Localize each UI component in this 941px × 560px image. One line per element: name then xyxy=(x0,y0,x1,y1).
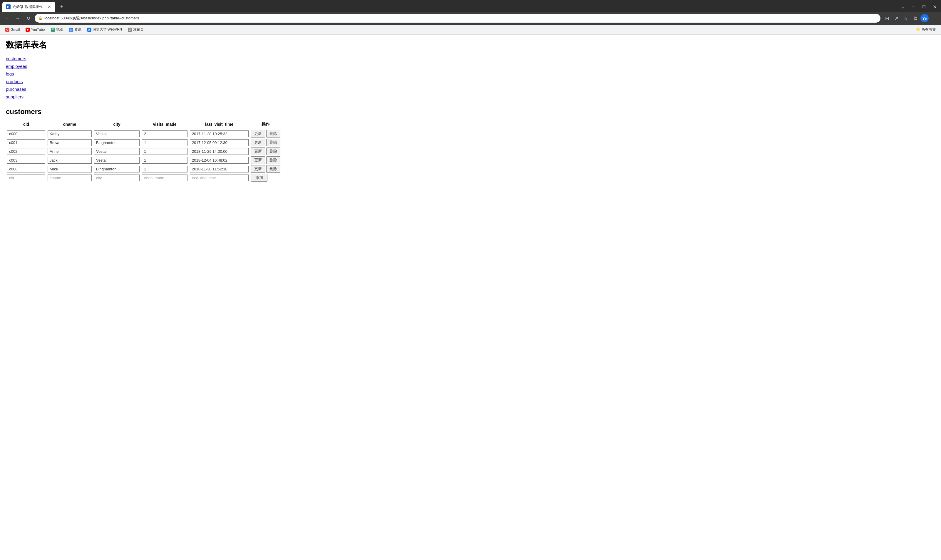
window-controls: ⌄ ─ □ ✕ xyxy=(899,3,939,11)
row-0-cname-input[interactable] xyxy=(48,131,92,137)
db-link-logs[interactable]: logs xyxy=(6,71,935,78)
table-row: 更新删除 xyxy=(6,129,282,138)
bookmark-maps[interactable]: 🌍 地图 xyxy=(48,26,66,33)
active-tab[interactable]: M MySQL 数据库操作 ✕ xyxy=(2,2,55,12)
profile-button[interactable]: Ye xyxy=(920,14,929,22)
row-3-cid-input[interactable] xyxy=(7,157,45,164)
customers-table: cid cname city visits_made last_visit_ti… xyxy=(6,120,282,182)
bookmark-google-info[interactable]: G 资讯 xyxy=(67,26,84,33)
row-3-visits_made-input[interactable] xyxy=(142,157,188,164)
add-last-visit-input[interactable] xyxy=(190,174,249,181)
maximize-button[interactable]: □ xyxy=(920,3,928,11)
row-0-update-button[interactable]: 更新 xyxy=(251,130,265,137)
col-header-cid: cid xyxy=(6,120,46,129)
table-row: 更新删除 xyxy=(6,156,282,165)
close-button[interactable]: ✕ xyxy=(930,3,939,11)
row-1-delete-button[interactable]: 删除 xyxy=(266,138,280,146)
add-cname-input[interactable] xyxy=(48,174,92,181)
translate-icon[interactable]: ⊟ xyxy=(883,14,891,22)
row-4-last_visit_time-input[interactable] xyxy=(190,166,249,172)
row-1-update-button[interactable]: 更新 xyxy=(251,138,265,146)
db-link-products[interactable]: products xyxy=(6,78,935,85)
row-4-visits_made-input[interactable] xyxy=(142,166,188,172)
row-1-last_visit_time-input[interactable] xyxy=(190,139,249,146)
row-0-visits_made-input[interactable] xyxy=(142,131,188,137)
row-0-city-input[interactable] xyxy=(94,131,140,137)
row-2-cid-cell xyxy=(6,147,46,156)
add-city-input[interactable] xyxy=(94,174,140,181)
bookmark-webvpn[interactable]: W 深圳大学 WebVPN xyxy=(85,26,124,33)
maps-label: 地图 xyxy=(56,27,63,32)
row-1-visits_made-input[interactable] xyxy=(142,139,188,146)
tab-search-button[interactable]: ⌄ xyxy=(899,3,907,11)
row-4-cid-input[interactable] xyxy=(7,166,45,172)
row-1-cid-input[interactable] xyxy=(7,139,45,146)
forward-button[interactable]: → xyxy=(14,14,22,22)
row-3-last_visit_time-input[interactable] xyxy=(190,157,249,164)
address-bar[interactable]: 🔒 localhost:63342/实验3/basicIndex.php?tab… xyxy=(35,14,881,23)
table-row: 更新删除 xyxy=(6,138,282,147)
db-link-customers[interactable]: customers xyxy=(6,55,935,62)
row-3-delete-button[interactable]: 删除 xyxy=(266,156,280,164)
add-cid-input[interactable] xyxy=(7,174,45,181)
row-4-cname-input[interactable] xyxy=(48,166,92,172)
row-2-cname-input[interactable] xyxy=(48,148,92,155)
logout-favicon: ⊗ xyxy=(128,28,132,32)
row-2-last_visit_time-input[interactable] xyxy=(190,148,249,155)
table-row: 更新删除 xyxy=(6,147,282,156)
table-header-row: cid cname city visits_made last_visit_ti… xyxy=(6,120,282,129)
db-link-employees[interactable]: employees xyxy=(6,63,935,70)
row-1-cname-input[interactable] xyxy=(48,139,92,146)
row-0-cid-input[interactable] xyxy=(7,131,45,137)
logout-label: 注销页 xyxy=(133,27,144,32)
row-1-last_visit_time-cell xyxy=(189,138,250,147)
row-4-city-input[interactable] xyxy=(94,166,140,172)
add-city-cell xyxy=(93,173,141,182)
bookmarks-bar: G Gmail ▶ YouTube 🌍 地图 G 资讯 W 深圳大学 WebVP… xyxy=(0,25,941,35)
tab-bar: M MySQL 数据库操作 ✕ + ⌄ ─ □ ✕ xyxy=(0,0,941,12)
minimize-button[interactable]: ─ xyxy=(909,3,918,11)
row-4-last_visit_time-cell xyxy=(189,165,250,173)
row-3-cid-cell xyxy=(6,156,46,165)
row-3-last_visit_time-cell xyxy=(189,156,250,165)
share-icon[interactable]: ↗ xyxy=(892,14,901,22)
tab-close-button[interactable]: ✕ xyxy=(47,5,52,9)
menu-button[interactable]: ⋮ xyxy=(930,14,938,22)
add-button[interactable]: 添加 xyxy=(251,174,268,182)
row-2-city-input[interactable] xyxy=(94,148,140,155)
row-3-cname-input[interactable] xyxy=(48,157,92,164)
row-0-delete-button[interactable]: 删除 xyxy=(266,130,280,137)
row-2-delete-button[interactable]: 删除 xyxy=(266,148,280,155)
db-links-list: customers employees logs products purcha… xyxy=(6,55,935,100)
bookmark-icon[interactable]: ☆ xyxy=(902,14,910,22)
db-link-suppliers[interactable]: suppliers xyxy=(6,94,935,100)
row-3-update-button[interactable]: 更新 xyxy=(251,156,265,164)
db-link-purchases[interactable]: purchases xyxy=(6,86,935,93)
bookmark-logout[interactable]: ⊗ 注销页 xyxy=(125,26,146,33)
add-visits-input[interactable] xyxy=(142,174,188,181)
back-button[interactable]: ← xyxy=(3,14,11,22)
extension-icon[interactable]: ⧉ xyxy=(911,14,919,22)
row-1-city-input[interactable] xyxy=(94,139,140,146)
reload-button[interactable]: ↻ xyxy=(24,14,32,22)
new-tab-button[interactable]: + xyxy=(58,3,66,11)
row-3-city-input[interactable] xyxy=(94,157,140,164)
add-row: 添加 xyxy=(6,173,282,182)
bookmark-gmail[interactable]: G Gmail xyxy=(3,27,22,32)
tab-favicon: M xyxy=(6,5,11,9)
row-4-delete-button[interactable]: 删除 xyxy=(266,165,280,173)
row-2-update-button[interactable]: 更新 xyxy=(251,148,265,155)
row-4-update-button[interactable]: 更新 xyxy=(251,165,265,173)
col-header-last-visit: last_visit_time xyxy=(189,120,250,129)
row-0-last_visit_time-input[interactable] xyxy=(190,131,249,137)
bookmark-youtube[interactable]: ▶ YouTube xyxy=(23,27,47,32)
url-text: localhost:63342/实验3/basicIndex.php?table… xyxy=(45,15,877,21)
row-2-cid-input[interactable] xyxy=(7,148,45,155)
all-bookmarks-button[interactable]: 📁 所有书签 xyxy=(914,26,938,33)
row-2-visits_made-input[interactable] xyxy=(142,148,188,155)
tab-title: MySQL 数据库操作 xyxy=(12,5,45,9)
row-1-cname-cell xyxy=(46,138,93,147)
row-3-city-cell xyxy=(93,156,141,165)
col-header-ops: 操作 xyxy=(250,120,282,129)
row-3-cname-cell xyxy=(46,156,93,165)
